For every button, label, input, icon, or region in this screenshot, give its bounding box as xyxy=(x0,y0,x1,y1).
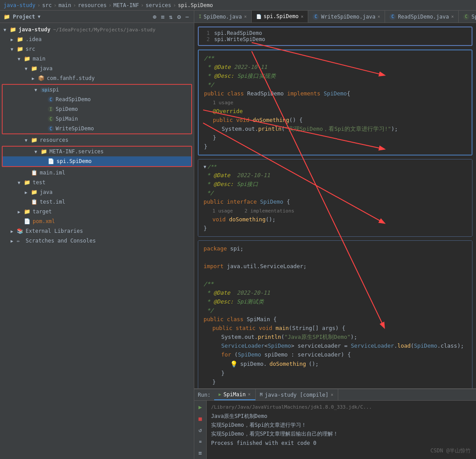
tree-item-idea[interactable]: ▶ 📁 .idea xyxy=(0,34,194,44)
run-path-line: /Library/Java/JavaVirtualMachines/jdk1.8… xyxy=(211,403,472,412)
tree-item-readspidemo[interactable]: C ReadSpiDemo xyxy=(3,95,191,104)
tree-label-spi-spidemo-file: spi.SpiDemo xyxy=(57,158,91,164)
tree-item-spi-spidemo-file[interactable]: 📄 spi.SpiDemo xyxy=(3,156,191,166)
tree-item-scratches[interactable]: ▶ ✏️ Scratches and Consoles xyxy=(0,236,194,246)
compile-close[interactable]: × xyxy=(331,392,333,397)
breadcrumb-services[interactable]: services xyxy=(146,2,171,8)
editor-tab-bar: I SpiDemo.java × 📄 spi.SpiDemo × C Write… xyxy=(194,11,476,23)
tree-label-spi: spi xyxy=(49,87,59,93)
run-rerun-btn[interactable]: ↺ xyxy=(196,425,205,434)
override-read: @Override xyxy=(204,107,466,116)
run-scroll-btn[interactable]: ≡ xyxy=(196,437,205,446)
scratches-icon: ✏️ xyxy=(17,238,24,244)
breadcrumb-spi-spidemo[interactable]: spi.SpiDemo xyxy=(178,2,213,8)
tab-close-spi-spidemo[interactable]: × xyxy=(301,14,303,19)
tab-spimain-icon: C xyxy=(463,14,469,20)
run-settings-btn[interactable]: ≡ xyxy=(196,448,205,457)
run-close[interactable]: × xyxy=(248,392,251,397)
sort-icon[interactable]: ⇅ xyxy=(168,13,174,21)
tree-item-main-iml[interactable]: 📋 main.iml xyxy=(0,168,194,178)
breadcrumb-main[interactable]: main xyxy=(58,2,71,8)
breadcrumb-resources[interactable]: resources xyxy=(78,2,107,8)
tree-item-src[interactable]: ▼ 📁 src xyxy=(0,44,194,54)
tree-item-spidemo[interactable]: I SpiDemo xyxy=(3,104,191,114)
tree-label-target: target xyxy=(33,209,52,215)
tree-item-spi[interactable]: ▼ spi spi xyxy=(3,85,191,95)
watermark: CSDN @半山惊竹 xyxy=(431,447,471,455)
tree-item-resources[interactable]: ▼ 📁 resources xyxy=(0,135,194,145)
tree-item-meta-inf[interactable]: ▼ 📁 META-INF.services xyxy=(3,147,191,156)
tab-spidemo-file-icon: 📄 xyxy=(256,14,261,19)
close-main: } xyxy=(204,378,467,387)
root-folder-icon: 📁 xyxy=(10,27,17,33)
tree-label-pom: pom.xml xyxy=(33,218,55,224)
tree-item-target[interactable]: ▶ 📁 target xyxy=(0,207,194,216)
run-play-btn[interactable]: ▶ xyxy=(196,402,205,411)
settings-icon[interactable]: ⚙ xyxy=(176,13,182,21)
tab-write-icon: C xyxy=(313,14,319,20)
tree-item-java[interactable]: ▼ 📁 java xyxy=(0,64,194,73)
close-icon[interactable]: − xyxy=(184,13,190,21)
tab-close-writespidemo[interactable]: × xyxy=(378,14,380,19)
run-tab-spimain[interactable]: ▶ SpiMain × xyxy=(214,389,256,400)
fold-indicator: ▼/** xyxy=(204,163,467,171)
src-folder-icon: 📁 xyxy=(17,46,24,52)
tree-item-pom[interactable]: 📄 pom.xml xyxy=(0,216,194,226)
read-spi-content: /** * @Date 2022-10-11 * @Desc: Spi接口实现类… xyxy=(199,50,472,155)
compile-config-label: java-study [compile] xyxy=(265,392,329,398)
dropdown-arrow[interactable]: ▼ xyxy=(38,14,41,19)
class-c-icon: C xyxy=(48,96,54,102)
bulb-icon: 💡 xyxy=(230,359,238,369)
meta-inf-folder-icon: 📁 xyxy=(41,148,48,155)
tree-item-ext-libs[interactable]: ▶ 📚 External Libraries xyxy=(0,226,194,236)
close-interface: } xyxy=(204,224,467,233)
tree-item-com[interactable]: ▶ 📦 com.fanhf.study xyxy=(0,73,194,83)
tree-label-idea: .idea xyxy=(26,36,42,42)
tree-label-java: java xyxy=(40,65,53,72)
spi-highlight-box: ▼ spi spi C ReadSpiDemo xyxy=(2,84,192,134)
breadcrumb-src[interactable]: src xyxy=(42,2,52,8)
read-spi-demo-block: /** * @Date 2022-10-11 * @Desc: Spi接口实现类… xyxy=(198,49,472,156)
tab-spimain[interactable]: C SpiMain.java × xyxy=(459,11,476,23)
file-line-2: 2 spi.WriteSpiDemo xyxy=(199,36,472,42)
tab-readspidemo[interactable]: C ReadSpiDemo.java × xyxy=(385,11,459,23)
tab-spidemo-icon: I xyxy=(199,14,201,19)
tab-writespidemo[interactable]: C WriteSpiDemo.java × xyxy=(308,11,385,23)
test-folder-icon: 📁 xyxy=(24,179,31,186)
run-stop-btn[interactable]: ■ xyxy=(196,414,205,423)
tab-spidemo-java[interactable]: I SpiDemo.java × xyxy=(194,11,252,23)
usage-read: 1 usage xyxy=(204,98,466,107)
breadcrumb-java-study[interactable]: java-study xyxy=(4,2,35,8)
tab-spi-spidemo[interactable]: 📄 spi.SpiDemo × xyxy=(252,11,309,23)
xml-icon: 📄 xyxy=(24,218,31,224)
collapse-icon[interactable]: ≡ xyxy=(159,13,166,21)
editor-area: 1 spi.ReadSpiDemo 2 spi.WriteSpiDemo /**… xyxy=(194,23,476,388)
tree-label-spidemo: SpiDemo xyxy=(56,106,78,112)
spi-package-icon: spi xyxy=(41,87,48,92)
import-decl: import java.util.ServiceLoader; xyxy=(204,262,467,271)
tab-close-readspidemo[interactable]: × xyxy=(451,14,454,19)
tree-label-test: test xyxy=(33,179,45,186)
ext-libs-icon: 📚 xyxy=(17,228,24,234)
tree-item-test[interactable]: ▼ 📁 test xyxy=(0,178,194,187)
tree-item-writespidemo[interactable]: C WriteSpiDemo xyxy=(3,124,191,133)
breadcrumb-meta-inf[interactable]: META-INF xyxy=(113,2,139,8)
tree-item-test-iml[interactable]: 📋 test.iml xyxy=(0,197,194,207)
locate-icon[interactable]: ⊕ xyxy=(151,13,158,21)
compile-tab[interactable]: M java-study [compile] × xyxy=(256,389,339,400)
tree-label-spimain: SpiMain xyxy=(56,116,78,122)
iml-icon: 📋 xyxy=(31,170,38,176)
tree-label-test-java: java xyxy=(40,189,53,195)
tab-close-spidemo[interactable]: × xyxy=(244,14,247,19)
tree-item-main[interactable]: ▼ 📁 main xyxy=(0,54,194,64)
run-exit-line: Process finished with exit code 0 xyxy=(211,439,472,448)
run-output-1: Java原生SPI机制Demo xyxy=(211,412,472,421)
close-read-1: } xyxy=(204,133,466,142)
editor-content: 1 spi.ReadSpiDemo 2 spi.WriteSpiDemo /**… xyxy=(194,23,476,388)
tree-item-test-java[interactable]: ▶ 📁 java xyxy=(0,187,194,197)
class-c2-icon: C xyxy=(48,125,54,132)
test-iml-icon: 📋 xyxy=(31,199,38,205)
tree-item-spimain[interactable]: C SpiMain xyxy=(3,114,191,124)
tree-item-java-study[interactable]: ▼ 📁 java-study ~/IdeaProject/MyProjects/… xyxy=(0,25,194,34)
project-path: ~/IdeaProject/MyProjects/java-study xyxy=(53,27,155,33)
